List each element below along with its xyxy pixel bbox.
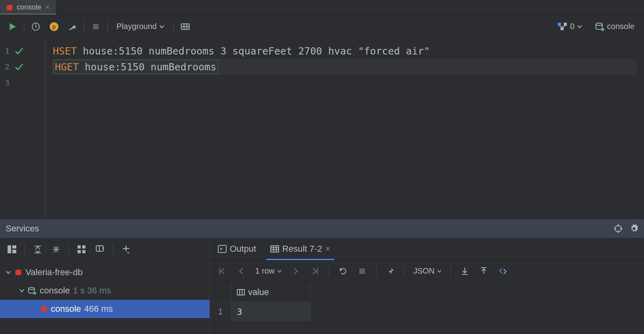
tree-item-console-group[interactable]: console 1 s 36 ms: [0, 282, 209, 300]
parameters-button[interactable]: p: [46, 18, 62, 35]
svg-rect-7: [69, 27, 74, 30]
target-icon[interactable]: [614, 224, 623, 233]
separator: [25, 244, 25, 254]
datasource-name: console: [607, 22, 634, 31]
grid-row-number: 1: [210, 302, 231, 321]
run-ok-icon: [14, 62, 24, 71]
svg-rect-28: [8, 245, 11, 253]
tree-label: Valeria-free-db: [25, 267, 83, 278]
separator: [329, 266, 329, 276]
schema-icon: [557, 22, 568, 31]
stop-button[interactable]: [354, 263, 370, 280]
run-mode-label: Playground: [116, 22, 157, 31]
tree-item-console[interactable]: console 466 ms: [0, 300, 209, 318]
tree-item-database[interactable]: Valeria-free-db: [0, 263, 209, 282]
grid-corner: [210, 282, 231, 302]
svg-point-21: [596, 23, 602, 25]
datasource-dropdown[interactable]: console: [590, 18, 640, 35]
tree-time: 466 ms: [84, 304, 113, 314]
tab-result[interactable]: Result 7-2 ×: [268, 238, 333, 260]
group-button[interactable]: [74, 241, 90, 257]
row-count-dropdown[interactable]: 1 row: [252, 266, 285, 276]
editor-gutter: 1 2 3: [0, 38, 46, 219]
prev-page-button[interactable]: [233, 263, 250, 280]
separator: [84, 21, 84, 32]
svg-rect-36: [78, 250, 81, 253]
code-keyword: HGET: [55, 61, 79, 73]
separator: [107, 21, 108, 32]
settings-button[interactable]: [64, 18, 81, 35]
next-page-button[interactable]: [287, 263, 304, 280]
svg-rect-30: [12, 250, 16, 253]
format-label: JSON: [413, 266, 435, 276]
editor-content[interactable]: HSET house:5150 numBedrooms 3 squareFeet…: [46, 38, 644, 219]
add-button[interactable]: [118, 241, 134, 257]
services-panel-header[interactable]: Services: [0, 219, 644, 238]
svg-line-19: [559, 26, 562, 27]
svg-marker-3: [10, 23, 16, 30]
code-line[interactable]: HGET house:5150 numBedrooms: [53, 59, 637, 75]
svg-rect-17: [564, 23, 567, 26]
compare-button[interactable]: [495, 263, 511, 280]
svg-line-20: [563, 26, 565, 27]
svg-rect-37: [82, 250, 85, 253]
collapse-all-button[interactable]: [48, 241, 64, 257]
code-line[interactable]: HSET house:5150 numBedrooms 3 squareFeet…: [53, 43, 637, 59]
first-page-button[interactable]: [214, 263, 231, 280]
line-number: 2: [5, 62, 12, 72]
chevron-down-icon: [159, 24, 165, 29]
gutter-row: 3: [0, 75, 45, 91]
separator: [113, 244, 113, 254]
last-page-button[interactable]: [306, 263, 323, 280]
svg-rect-35: [82, 245, 85, 249]
row-count-label: 1 row: [255, 266, 275, 276]
code-line[interactable]: [53, 75, 637, 91]
separator: [450, 266, 451, 276]
redis-icon: [6, 4, 14, 12]
code-text: house:5150 numBedrooms: [85, 61, 216, 73]
svg-rect-34: [78, 245, 81, 249]
services-left-pane: Valeria-free-db console 1 s 36 ms: [0, 238, 210, 334]
line-number: 1: [5, 46, 12, 56]
run-mode-dropdown[interactable]: Playground: [111, 18, 170, 35]
stop-button[interactable]: [87, 18, 104, 35]
editor-tab-bar: console ×: [0, 0, 644, 15]
grid-row[interactable]: 1 3: [210, 302, 644, 321]
layout-button[interactable]: [4, 241, 20, 257]
close-icon[interactable]: ×: [325, 244, 330, 254]
chevron-down-icon: [577, 24, 582, 29]
svg-point-22: [601, 28, 604, 31]
editor-tab-console[interactable]: console ×: [0, 0, 56, 15]
chevron-down-icon: [19, 285, 25, 296]
svg-point-2: [6, 8, 13, 10]
connection-count: 0: [570, 22, 574, 31]
import-button[interactable]: [475, 263, 492, 280]
results-view-button[interactable]: [177, 18, 194, 35]
grid-column-header[interactable]: value: [231, 282, 311, 302]
reload-button[interactable]: [335, 263, 351, 280]
filter-button[interactable]: [92, 241, 108, 257]
history-button[interactable]: [27, 18, 44, 35]
transaction-dropdown[interactable]: 0: [552, 18, 588, 35]
svg-rect-63: [237, 289, 244, 295]
services-toolbar: [0, 238, 209, 261]
result-grid: value 1 3: [210, 282, 644, 321]
close-icon[interactable]: ×: [45, 3, 50, 12]
svg-point-46: [33, 292, 36, 295]
expand-all-button[interactable]: [30, 241, 46, 257]
tree-time: 1 s 36 ms: [73, 285, 111, 296]
grid-column-name: value: [248, 287, 269, 297]
code-editor[interactable]: 1 2 3 HSET house:5150 numBedrooms 3 squa…: [0, 38, 644, 219]
run-button[interactable]: [4, 18, 21, 35]
grid-cell[interactable]: 3: [231, 302, 311, 321]
line-number: 3: [5, 78, 12, 87]
output-tab-label: Output: [230, 244, 256, 254]
tab-output[interactable]: Output: [215, 238, 258, 260]
pin-button[interactable]: [382, 263, 399, 280]
gear-icon[interactable]: [630, 224, 638, 233]
column-icon: [237, 289, 245, 295]
format-dropdown[interactable]: JSON: [410, 266, 445, 276]
export-button[interactable]: [456, 263, 473, 280]
services-tree: Valeria-free-db console 1 s 36 ms: [0, 261, 209, 320]
svg-point-49: [41, 309, 47, 312]
